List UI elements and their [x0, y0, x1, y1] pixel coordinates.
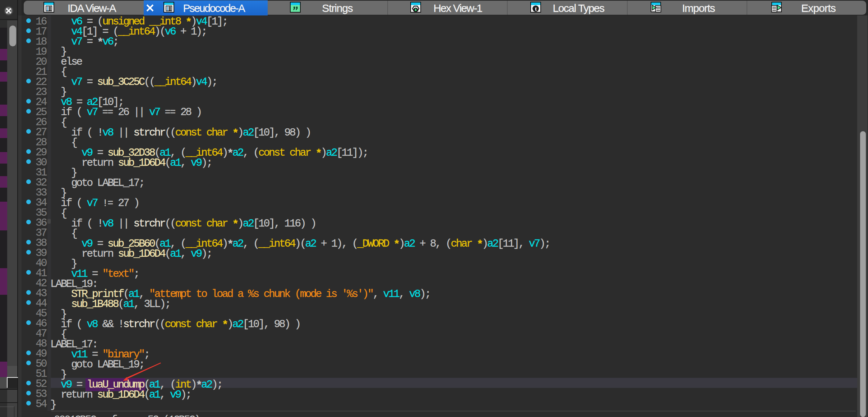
svg-text:t: t [535, 5, 537, 12]
